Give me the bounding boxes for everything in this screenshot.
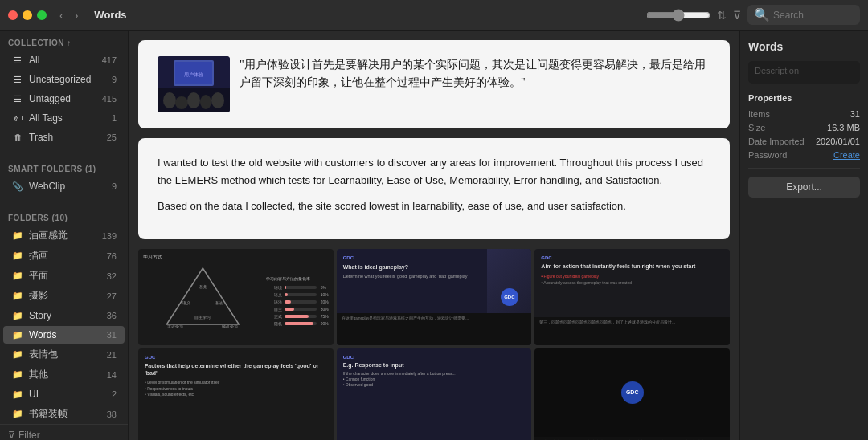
sidebar-item-photography[interactable]: 📁 摄影 27 xyxy=(3,287,125,305)
sidebar-item-uncategorized[interactable]: ☰ Uncategorized 9 xyxy=(3,71,125,88)
svg-point-4 xyxy=(187,92,200,108)
sidebar-count-flat: 32 xyxy=(107,271,117,281)
sidebar-item-drawing[interactable]: 📁 描画 76 xyxy=(3,246,125,265)
gdc2-caption: 第三，问题也问题也问题也问题也问题也，到了上述就是游戏的分析与设计... xyxy=(539,320,725,325)
sidebar-count-webclip: 9 xyxy=(112,181,117,191)
folder-icon-other: 📁 xyxy=(11,369,24,381)
image-cell-gdc4[interactable]: GDC E.g. Response to Input If the charac… xyxy=(337,348,532,440)
sidebar-item-all[interactable]: ☰ All 417 xyxy=(3,51,125,69)
smart-folders-header: Smart Folders (1) xyxy=(0,157,128,177)
close-button[interactable] xyxy=(8,10,18,20)
untagged-icon: ☰ xyxy=(11,92,24,105)
svg-point-3 xyxy=(175,96,188,109)
sidebar-item-other[interactable]: 📁 其他 14 xyxy=(3,365,125,384)
filter-icon: ⊽ xyxy=(8,430,15,440)
sidebar-item-story[interactable]: 📁 Story 36 xyxy=(3,307,125,324)
filter-label: Filter xyxy=(18,430,40,440)
uncategorized-icon: ☰ xyxy=(11,73,24,86)
filter-button[interactable]: ⊽ Filter xyxy=(8,430,120,440)
sidebar-label-webclip: WebClip xyxy=(29,181,108,192)
filter-button[interactable]: ⊽ xyxy=(733,9,741,22)
bar-row-6: 随机 90% xyxy=(266,321,329,326)
image-cell-gdc1[interactable]: GDC What is ideal gameplay? Determine wh… xyxy=(337,249,532,345)
back-button[interactable]: ‹ xyxy=(56,7,67,23)
rp-title: Words xyxy=(748,40,860,53)
svg-text:语义: 语义 xyxy=(182,300,190,305)
sidebar-label-other: 其他 xyxy=(29,368,104,381)
bar-row-2: 语义 10% xyxy=(266,292,329,297)
rp-items-row: Items 31 xyxy=(748,109,860,119)
rp-description-placeholder: Description xyxy=(755,66,799,75)
sidebar-item-emoji[interactable]: 📁 表情包 21 xyxy=(3,345,125,364)
content-area[interactable]: 用户体验 "用户体验设计首先是要解决用户的某个实际问题，其次是让问题变得更容易解… xyxy=(129,31,739,440)
image-grid-row2: GDC Factors that help determine whether … xyxy=(138,348,730,440)
gdc5-logo: GDC xyxy=(621,381,644,404)
folders-header: Folders (10) xyxy=(0,206,128,226)
image-cell-gdc2[interactable]: GDC Aim for action that instantly feels … xyxy=(534,249,730,345)
gdc1-caption: 在这里gameplay是指玩家与游戏系统之间产生的互动，游戏设计师需要... xyxy=(342,316,527,321)
all-tags-icon: 🏷 xyxy=(11,112,24,124)
sidebar-item-flat[interactable]: 📁 平面 32 xyxy=(3,267,125,285)
image-cell-triangle[interactable]: 学习方式 语境 语义 语法 自主学习 正式学习 随机学习 学习内容与方法的量化率 xyxy=(138,249,334,345)
gdc3-bullets: • Level of stimulation of the simulator … xyxy=(145,380,327,398)
svg-text:随机学习: 随机学习 xyxy=(222,324,238,328)
sidebar-label-books: 书籍装帧 xyxy=(29,407,104,421)
rp-items-value: 31 xyxy=(850,109,860,119)
sidebar-item-untagged[interactable]: ☰ Untagged 415 xyxy=(3,90,125,108)
gdc3-title: Factors that help determine whether the … xyxy=(145,362,327,377)
sidebar-count-ui: 2 xyxy=(112,389,117,399)
trash-icon: 🗑 xyxy=(11,131,24,144)
sidebar-item-books[interactable]: 📁 书籍装帧 38 xyxy=(3,405,125,423)
gdc2-header: GDC xyxy=(541,255,723,260)
sidebar-count-untagged: 415 xyxy=(102,94,117,104)
sidebar-item-words[interactable]: 📁 Words 31 xyxy=(3,326,125,344)
gdc2-bullet1: • Figure out your ideal gameplay xyxy=(541,274,723,279)
sidebar-label-untagged: Untagged xyxy=(29,93,99,104)
sidebar-label-uncategorized: Uncategorized xyxy=(29,74,108,85)
image-cell-gdc3[interactable]: GDC Factors that help determine whether … xyxy=(138,348,334,440)
main-layout: COLLECTION ↑ ☰ All 417 ☰ Uncategorized 9… xyxy=(0,31,868,440)
gdc2-bullet2: • Accurately assess the gameplay that wa… xyxy=(541,280,723,285)
sort-button[interactable]: ⇅ xyxy=(717,9,727,22)
svg-point-6 xyxy=(211,92,224,108)
sidebar-label-ui: UI xyxy=(29,389,108,400)
folder-icon-drawing: 📁 xyxy=(11,250,24,263)
triangle-svg: 语境 语义 语法 自主学习 正式学习 随机学习 xyxy=(143,264,263,328)
folder-icon-emoji: 📁 xyxy=(11,348,24,361)
sidebar: COLLECTION ↑ ☰ All 417 ☰ Uncategorized 9… xyxy=(0,31,129,440)
sidebar-footer: ⊽ Filter xyxy=(0,424,128,440)
sidebar-item-ui[interactable]: 📁 UI 2 xyxy=(3,385,125,403)
export-button[interactable]: Export... xyxy=(748,177,860,198)
minimize-button[interactable] xyxy=(23,10,32,20)
svg-point-2 xyxy=(163,92,176,108)
rp-size-row: Size 16.3 MB xyxy=(748,123,860,132)
sidebar-item-webclip[interactable]: 📎 WebClip 9 xyxy=(3,177,125,195)
image-grid-row1: 学习方式 语境 语义 语法 自主学习 正式学习 随机学习 学习内容与方法的量化率 xyxy=(138,249,730,345)
sidebar-count-all: 417 xyxy=(102,55,117,65)
forward-button[interactable]: › xyxy=(72,7,82,23)
sidebar-count-other: 14 xyxy=(107,370,117,380)
sidebar-item-all-tags[interactable]: 🏷 All Tags 1 xyxy=(3,109,125,127)
rp-password-create-link[interactable]: Create xyxy=(833,150,860,160)
svg-text:用户体验: 用户体验 xyxy=(184,71,203,77)
zoom-slider[interactable] xyxy=(646,9,710,22)
rp-size-value: 16.3 MB xyxy=(827,123,860,132)
svg-text:语境: 语境 xyxy=(199,284,207,289)
thumbnail-image: 用户体验 xyxy=(158,56,230,112)
gdc1-title: What is ideal gameplay? xyxy=(343,263,481,271)
bar-row-5: 正式 75% xyxy=(266,314,329,319)
gdc4-header: GDC xyxy=(343,355,526,360)
sidebar-item-oil-painting[interactable]: 📁 油画感觉 139 xyxy=(3,226,125,245)
bar-row-4: 自主 30% xyxy=(266,307,329,312)
rp-description-box[interactable]: Description xyxy=(748,61,860,84)
article-paragraph-2: Based on the data I collected, the site … xyxy=(158,198,710,215)
sidebar-item-trash[interactable]: 🗑 Trash 25 xyxy=(3,128,125,146)
fullscreen-button[interactable] xyxy=(37,10,47,20)
sidebar-count-uncategorized: 9 xyxy=(112,75,117,84)
sidebar-count-drawing: 76 xyxy=(107,251,117,261)
collection-header: COLLECTION ↑ xyxy=(0,31,128,51)
sidebar-count-words: 31 xyxy=(107,330,117,340)
image-cell-gdc5[interactable]: GDC 游戏设计时需要把每个动作都考虑成工具，用于解决设计上的问题，特别是需要设… xyxy=(534,348,730,440)
folder-icon-story: 📁 xyxy=(11,309,24,322)
search-input[interactable] xyxy=(773,10,854,21)
